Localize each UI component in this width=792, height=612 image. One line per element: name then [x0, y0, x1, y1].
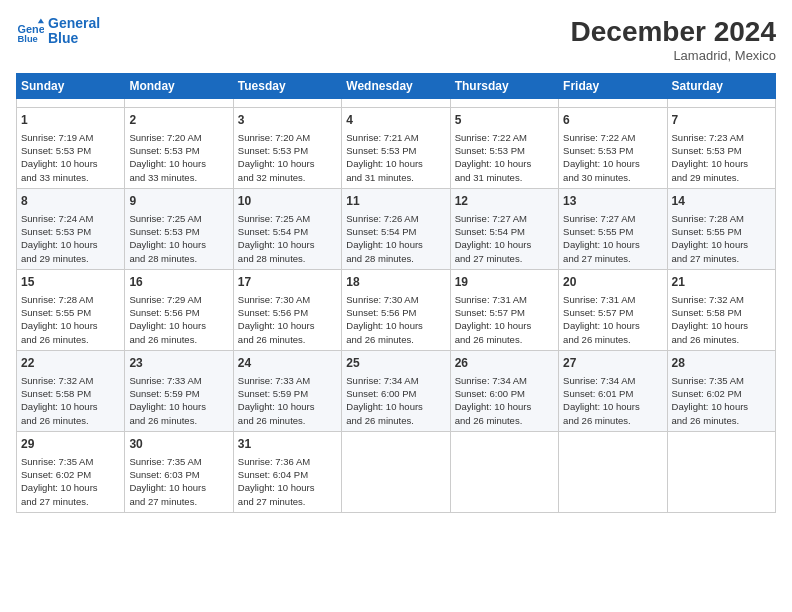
day-cell: 31Sunrise: 7:36 AM Sunset: 6:04 PM Dayli… — [233, 431, 341, 512]
weekday-wednesday: Wednesday — [342, 74, 450, 99]
day-number: 30 — [129, 436, 228, 453]
weekday-saturday: Saturday — [667, 74, 775, 99]
day-cell: 4Sunrise: 7:21 AM Sunset: 5:53 PM Daylig… — [342, 108, 450, 189]
svg-text:General: General — [18, 23, 44, 35]
day-info: Sunrise: 7:35 AM Sunset: 6:02 PM Dayligh… — [21, 455, 120, 508]
day-number: 13 — [563, 193, 662, 210]
day-number: 1 — [21, 112, 120, 129]
day-info: Sunrise: 7:19 AM Sunset: 5:53 PM Dayligh… — [21, 131, 120, 184]
day-cell: 26Sunrise: 7:34 AM Sunset: 6:00 PM Dayli… — [450, 350, 558, 431]
day-info: Sunrise: 7:27 AM Sunset: 5:54 PM Dayligh… — [455, 212, 554, 265]
day-cell: 27Sunrise: 7:34 AM Sunset: 6:01 PM Dayli… — [559, 350, 667, 431]
day-cell: 8Sunrise: 7:24 AM Sunset: 5:53 PM Daylig… — [17, 188, 125, 269]
week-row-0 — [17, 99, 776, 108]
day-cell — [450, 431, 558, 512]
day-number: 24 — [238, 355, 337, 372]
calendar-table: SundayMondayTuesdayWednesdayThursdayFrid… — [16, 73, 776, 513]
weekday-header-row: SundayMondayTuesdayWednesdayThursdayFrid… — [17, 74, 776, 99]
day-info: Sunrise: 7:25 AM Sunset: 5:54 PM Dayligh… — [238, 212, 337, 265]
page-header: General Blue GeneralBlue December 2024 L… — [16, 16, 776, 63]
week-row-3: 15Sunrise: 7:28 AM Sunset: 5:55 PM Dayli… — [17, 269, 776, 350]
day-cell: 9Sunrise: 7:25 AM Sunset: 5:53 PM Daylig… — [125, 188, 233, 269]
day-cell — [125, 99, 233, 108]
day-cell — [559, 99, 667, 108]
day-number: 25 — [346, 355, 445, 372]
day-cell: 21Sunrise: 7:32 AM Sunset: 5:58 PM Dayli… — [667, 269, 775, 350]
day-info: Sunrise: 7:27 AM Sunset: 5:55 PM Dayligh… — [563, 212, 662, 265]
day-number: 27 — [563, 355, 662, 372]
week-row-1: 1Sunrise: 7:19 AM Sunset: 5:53 PM Daylig… — [17, 108, 776, 189]
day-number: 16 — [129, 274, 228, 291]
day-info: Sunrise: 7:24 AM Sunset: 5:53 PM Dayligh… — [21, 212, 120, 265]
day-info: Sunrise: 7:25 AM Sunset: 5:53 PM Dayligh… — [129, 212, 228, 265]
day-number: 17 — [238, 274, 337, 291]
day-cell: 25Sunrise: 7:34 AM Sunset: 6:00 PM Dayli… — [342, 350, 450, 431]
day-number: 8 — [21, 193, 120, 210]
day-info: Sunrise: 7:28 AM Sunset: 5:55 PM Dayligh… — [672, 212, 771, 265]
day-cell: 13Sunrise: 7:27 AM Sunset: 5:55 PM Dayli… — [559, 188, 667, 269]
day-cell — [559, 431, 667, 512]
day-cell — [342, 431, 450, 512]
day-info: Sunrise: 7:26 AM Sunset: 5:54 PM Dayligh… — [346, 212, 445, 265]
weekday-tuesday: Tuesday — [233, 74, 341, 99]
month-title: December 2024 — [571, 16, 776, 48]
day-cell: 20Sunrise: 7:31 AM Sunset: 5:57 PM Dayli… — [559, 269, 667, 350]
day-cell — [667, 431, 775, 512]
day-number: 19 — [455, 274, 554, 291]
weekday-monday: Monday — [125, 74, 233, 99]
day-cell: 12Sunrise: 7:27 AM Sunset: 5:54 PM Dayli… — [450, 188, 558, 269]
day-number: 4 — [346, 112, 445, 129]
week-row-2: 8Sunrise: 7:24 AM Sunset: 5:53 PM Daylig… — [17, 188, 776, 269]
day-number: 12 — [455, 193, 554, 210]
day-info: Sunrise: 7:34 AM Sunset: 6:01 PM Dayligh… — [563, 374, 662, 427]
logo: General Blue GeneralBlue — [16, 16, 100, 47]
day-cell: 11Sunrise: 7:26 AM Sunset: 5:54 PM Dayli… — [342, 188, 450, 269]
day-info: Sunrise: 7:36 AM Sunset: 6:04 PM Dayligh… — [238, 455, 337, 508]
day-cell: 14Sunrise: 7:28 AM Sunset: 5:55 PM Dayli… — [667, 188, 775, 269]
weekday-sunday: Sunday — [17, 74, 125, 99]
day-cell: 19Sunrise: 7:31 AM Sunset: 5:57 PM Dayli… — [450, 269, 558, 350]
calendar-body: 1Sunrise: 7:19 AM Sunset: 5:53 PM Daylig… — [17, 99, 776, 513]
day-number: 29 — [21, 436, 120, 453]
day-cell: 23Sunrise: 7:33 AM Sunset: 5:59 PM Dayli… — [125, 350, 233, 431]
day-number: 20 — [563, 274, 662, 291]
day-info: Sunrise: 7:22 AM Sunset: 5:53 PM Dayligh… — [563, 131, 662, 184]
day-info: Sunrise: 7:34 AM Sunset: 6:00 PM Dayligh… — [346, 374, 445, 427]
svg-marker-2 — [38, 19, 44, 24]
day-cell: 17Sunrise: 7:30 AM Sunset: 5:56 PM Dayli… — [233, 269, 341, 350]
day-cell — [233, 99, 341, 108]
day-cell: 7Sunrise: 7:23 AM Sunset: 5:53 PM Daylig… — [667, 108, 775, 189]
day-number: 21 — [672, 274, 771, 291]
day-info: Sunrise: 7:33 AM Sunset: 5:59 PM Dayligh… — [238, 374, 337, 427]
day-info: Sunrise: 7:32 AM Sunset: 5:58 PM Dayligh… — [672, 293, 771, 346]
day-cell — [17, 99, 125, 108]
day-info: Sunrise: 7:30 AM Sunset: 5:56 PM Dayligh… — [346, 293, 445, 346]
day-number: 2 — [129, 112, 228, 129]
day-number: 10 — [238, 193, 337, 210]
day-number: 3 — [238, 112, 337, 129]
day-number: 31 — [238, 436, 337, 453]
svg-text:Blue: Blue — [18, 34, 38, 44]
day-number: 15 — [21, 274, 120, 291]
day-number: 18 — [346, 274, 445, 291]
day-cell: 22Sunrise: 7:32 AM Sunset: 5:58 PM Dayli… — [17, 350, 125, 431]
day-info: Sunrise: 7:29 AM Sunset: 5:56 PM Dayligh… — [129, 293, 228, 346]
day-cell: 18Sunrise: 7:30 AM Sunset: 5:56 PM Dayli… — [342, 269, 450, 350]
day-cell: 2Sunrise: 7:20 AM Sunset: 5:53 PM Daylig… — [125, 108, 233, 189]
week-row-4: 22Sunrise: 7:32 AM Sunset: 5:58 PM Dayli… — [17, 350, 776, 431]
weekday-friday: Friday — [559, 74, 667, 99]
day-cell — [450, 99, 558, 108]
day-cell: 5Sunrise: 7:22 AM Sunset: 5:53 PM Daylig… — [450, 108, 558, 189]
week-row-5: 29Sunrise: 7:35 AM Sunset: 6:02 PM Dayli… — [17, 431, 776, 512]
logo-icon: General Blue — [16, 17, 44, 45]
day-number: 6 — [563, 112, 662, 129]
day-cell: 3Sunrise: 7:20 AM Sunset: 5:53 PM Daylig… — [233, 108, 341, 189]
day-cell — [342, 99, 450, 108]
day-info: Sunrise: 7:35 AM Sunset: 6:03 PM Dayligh… — [129, 455, 228, 508]
day-number: 9 — [129, 193, 228, 210]
day-cell: 6Sunrise: 7:22 AM Sunset: 5:53 PM Daylig… — [559, 108, 667, 189]
day-info: Sunrise: 7:22 AM Sunset: 5:53 PM Dayligh… — [455, 131, 554, 184]
day-info: Sunrise: 7:20 AM Sunset: 5:53 PM Dayligh… — [129, 131, 228, 184]
day-number: 28 — [672, 355, 771, 372]
day-info: Sunrise: 7:31 AM Sunset: 5:57 PM Dayligh… — [563, 293, 662, 346]
